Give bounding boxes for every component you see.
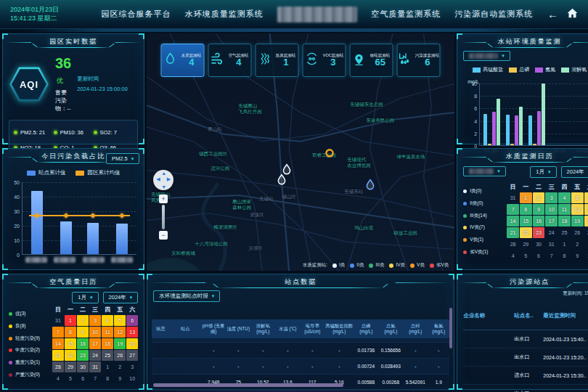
water-cal-month-dropdown[interactable]: 1月▾: [530, 166, 556, 178]
nav-air-quality[interactable]: 空气质量监测系统: [371, 9, 441, 20]
calendar-day[interactable]: 3: [545, 192, 558, 203]
calendar-day[interactable]: 11: [558, 204, 571, 215]
calendar-day[interactable]: 7: [89, 373, 101, 384]
calendar-day[interactable]: 27: [584, 227, 588, 238]
map-pan-control[interactable]: ▲▼◀▶: [153, 170, 173, 190]
calendar-day[interactable]: 14: [507, 216, 519, 226]
map-marker-drop[interactable]: [277, 173, 287, 189]
legend-item[interactable]: 总磷: [509, 66, 529, 73]
calendar-day[interactable]: 24: [545, 227, 558, 238]
calendar-day[interactable]: 26: [571, 227, 584, 238]
vertical-scrollbar[interactable]: [449, 308, 452, 348]
water-bar-总磷[interactable]: [510, 144, 514, 145]
calendar-day[interactable]: 21: [507, 227, 519, 238]
calendar-day[interactable]: 5: [520, 250, 532, 261]
legend-item[interactable]: 高锰酸盐: [473, 66, 503, 73]
calendar-day[interactable]: 17: [89, 338, 101, 349]
map[interactable]: 无锡惠山 飞凤牡丹园惠山站无锡锡东生态园东港市民公园锡西工业园区运河公园双桥工业…: [147, 33, 454, 271]
nav-water-env[interactable]: 水环境质量监测系统: [185, 9, 264, 20]
calendar-day[interactable]: 20: [126, 338, 138, 349]
pollution-row[interactable]: 出水口2024-01-23 15:20..在线: [463, 348, 588, 367]
calendar-day[interactable]: 2: [533, 192, 545, 203]
map-zoom-out-button[interactable]: −: [159, 231, 168, 240]
calendar-day[interactable]: 31: [89, 362, 101, 372]
calendar-day[interactable]: 23: [77, 350, 89, 361]
station-button-恶臭监测站[interactable]: 恶臭监测站1: [256, 44, 299, 77]
calendar-day[interactable]: 18: [558, 216, 571, 226]
calendar-day[interactable]: 16: [533, 216, 545, 226]
calendar-day[interactable]: 4: [507, 250, 519, 261]
air-cal-month-dropdown[interactable]: 1月▾: [72, 292, 98, 303]
calendar-day[interactable]: 5: [571, 192, 584, 203]
load-bar[interactable]: [116, 224, 128, 254]
calendar-day[interactable]: 15: [520, 216, 532, 226]
water-cal-year-dropdown[interactable]: 2024年▾: [561, 166, 588, 178]
map-marker-ring[interactable]: [324, 148, 335, 161]
calendar-day[interactable]: 2: [571, 239, 584, 250]
load-bar[interactable]: [31, 191, 43, 254]
water-bar-氨氮[interactable]: [492, 112, 496, 145]
table-row[interactable]: ------0.017360.156656--: [152, 343, 449, 359]
calendar-day[interactable]: 6: [584, 192, 588, 203]
water-bar-溶解氧[interactable]: [497, 99, 500, 145]
calendar-day[interactable]: 3: [584, 239, 588, 250]
legend-item[interactable]: 站点累计值: [27, 169, 66, 176]
calendar-day[interactable]: 29: [65, 362, 76, 372]
calendar-day[interactable]: 10: [545, 204, 558, 215]
calendar-day[interactable]: 8: [102, 373, 113, 384]
calendar-day[interactable]: 13: [584, 204, 588, 215]
calendar-day[interactable]: 10: [126, 373, 138, 384]
calendar-day[interactable]: 28: [507, 239, 519, 250]
calendar-day[interactable]: 1: [520, 192, 532, 203]
legend-item[interactable]: 园区累计均值: [75, 169, 120, 176]
calendar-day[interactable]: 4: [52, 373, 64, 384]
station-button-污染源监测站[interactable]: 污染源监测站6: [397, 44, 441, 77]
pollution-row[interactable]: 进水口2024-01-23 15:30..在线: [463, 367, 588, 385]
calendar-day[interactable]: 19: [114, 338, 126, 349]
calendar-day[interactable]: 8: [520, 204, 532, 215]
calendar-day[interactable]: 3: [89, 315, 101, 326]
home-icon[interactable]: [567, 8, 578, 20]
calendar-day[interactable]: 6: [126, 315, 138, 326]
station-button-微站监测站[interactable]: 微站监测站65: [350, 44, 393, 77]
calendar-day[interactable]: 22: [65, 350, 76, 361]
load-bar[interactable]: [60, 221, 72, 254]
station-report-dropdown[interactable]: 水环境监测站点时报▾: [153, 290, 220, 302]
station-button-VOC监测站[interactable]: VOC监测站3: [303, 44, 346, 77]
water-cal-station-dropdown[interactable]: ▾: [463, 166, 506, 176]
legend-item[interactable]: 氨氮: [535, 66, 555, 73]
nav-pollution-source[interactable]: 污染源自动监测系统: [454, 9, 533, 20]
calendar-day[interactable]: 31: [545, 239, 558, 250]
calendar-day[interactable]: 6: [77, 373, 89, 384]
station-button-水质监测站[interactable]: 水质监测站4: [161, 44, 205, 77]
map-zoom-slider[interactable]: [162, 205, 165, 229]
pollution-row[interactable]: 出水口2024-01-23 15:40..在线: [463, 385, 588, 392]
calendar-day[interactable]: 24: [89, 350, 101, 361]
calendar-day[interactable]: 12: [114, 327, 126, 338]
calendar-day[interactable]: 9: [114, 373, 126, 384]
calendar-day[interactable]: 13: [126, 327, 138, 338]
calendar-day[interactable]: 10: [89, 327, 101, 338]
calendar-day[interactable]: 12: [571, 204, 584, 215]
pollution-row[interactable]: 出水口2024-01-23 15:40..在线: [463, 330, 588, 348]
load-bar[interactable]: [87, 223, 99, 254]
calendar-day[interactable]: 31: [507, 192, 519, 203]
water-bar-溶解氧[interactable]: [542, 83, 545, 145]
calendar-day[interactable]: 4: [558, 192, 571, 203]
calendar-day[interactable]: 16: [77, 338, 89, 349]
map-zoom-in-button[interactable]: +: [159, 195, 168, 203]
legend-item[interactable]: 溶解氧: [561, 66, 587, 73]
calendar-day[interactable]: 21: [52, 350, 64, 361]
calendar-day[interactable]: 22: [520, 227, 532, 238]
calendar-day[interactable]: 14: [52, 338, 64, 349]
calendar-day[interactable]: 27: [126, 350, 138, 361]
station-button-空气监测站[interactable]: 空气监测站4: [208, 44, 252, 77]
calendar-day[interactable]: 18: [102, 338, 113, 349]
calendar-day[interactable]: 25: [102, 350, 113, 361]
calendar-day[interactable]: 3: [126, 362, 138, 372]
calendar-day[interactable]: 1: [65, 315, 76, 326]
calendar-day[interactable]: 7: [507, 204, 519, 215]
water-bar-高锰酸盐[interactable]: [483, 114, 487, 145]
water-bar-总磷[interactable]: [488, 144, 491, 145]
calendar-day[interactable]: 1: [102, 362, 113, 372]
